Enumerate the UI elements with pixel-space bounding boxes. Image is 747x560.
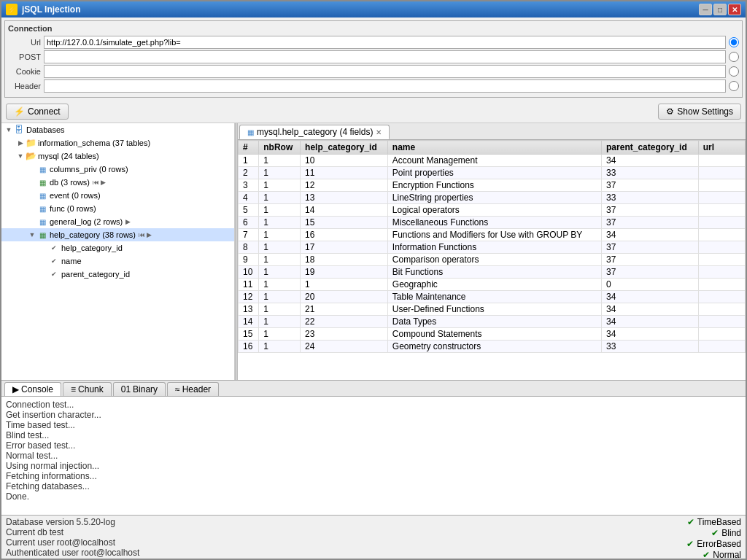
table-row: 3112Encryption Functions37 — [239, 179, 746, 192]
table-cell: 11 — [301, 167, 388, 179]
table-cell: 4 — [239, 192, 259, 204]
auth-user-label: Authenticated user — [6, 548, 79, 558]
table-cell: 37 — [602, 179, 699, 192]
console-content: Connection test...Get insertion characte… — [1, 397, 746, 515]
tree-arrow: ▼ — [4, 125, 13, 134]
current-user-label: Current user — [6, 537, 55, 548]
tree-label-parent-category-id: parent_category_id — [61, 270, 130, 279]
tree-item-help-category[interactable]: ▼ ▦ help_category (38 rows) ⏮ ▶ — [1, 228, 234, 241]
data-panel: ▦ mysql.help_category (4 fields) ✕ # nbR… — [238, 123, 746, 380]
table-cell: 0 — [602, 279, 699, 291]
tree-item-mysql[interactable]: ▼ 📂 mysql (24 tables) — [1, 149, 234, 163]
minimize-button[interactable]: ─ — [699, 4, 712, 15]
table-cell: 16 — [239, 341, 259, 353]
connect-label: Connect — [28, 106, 61, 117]
table-cell: Account Management — [387, 155, 601, 167]
tree-item-db[interactable]: ▶ ▦ db (3 rows) ⏮ ▶ — [1, 176, 234, 189]
header-input[interactable] — [44, 79, 726, 93]
blind-label: Blind — [721, 528, 741, 538]
console-tab-console[interactable]: ▶ Console — [4, 382, 61, 396]
console-line: Normal test... — [6, 451, 741, 461]
post-input[interactable] — [44, 50, 726, 63]
db-action2[interactable]: ▶ — [101, 179, 106, 186]
table-cell: 11 — [239, 279, 259, 291]
app-icon: ⚡ — [6, 4, 18, 15]
tab-close-button[interactable]: ✕ — [376, 128, 382, 136]
settings-icon: ⚙ — [666, 106, 674, 117]
tree-item-databases[interactable]: ▼ 🗄 Databases — [1, 123, 234, 136]
tree-item-general-log[interactable]: ▶ ▦ general_log (2 rows) ▶ — [1, 215, 234, 228]
table-cell — [698, 229, 745, 241]
tree-label-general-log: general_log (2 rows) — [50, 217, 123, 226]
table-cell: 1 — [259, 328, 301, 341]
table-cell: 1 — [259, 266, 301, 279]
console-tab-binary[interactable]: 01 Binary — [113, 382, 166, 396]
table-cell: 10 — [239, 266, 259, 279]
table-cell: 12 — [239, 291, 259, 303]
connect-button[interactable]: ⚡ Connect — [6, 104, 69, 120]
table-cell: Functions and Modifiers for Use with GRO… — [387, 229, 601, 241]
table-cell — [698, 167, 745, 179]
table-icon-help: ▦ — [36, 229, 48, 241]
tree-item-columns-priv[interactable]: ▶ ▦ columns_priv (0 rows) — [1, 163, 234, 176]
tree-label-name: name — [61, 257, 82, 265]
table-cell: 20 — [301, 291, 388, 303]
cookie-radio[interactable] — [729, 66, 739, 77]
table-cell — [698, 291, 745, 303]
table-cell: 5 — [239, 204, 259, 217]
window-title: jSQL Injection — [22, 4, 694, 15]
badge-normal: ✔ Normal — [703, 550, 741, 560]
console-tab-header[interactable]: ≈ Header — [167, 382, 219, 396]
tree-scroll[interactable]: ▼ 🗄 Databases ▶ 📁 information_schema (37… — [1, 123, 234, 380]
db-version-label: Database version — [6, 517, 74, 527]
header-radio[interactable] — [729, 81, 739, 91]
url-input[interactable] — [44, 36, 726, 49]
connection-panel: Connection Url POST Cookie Header — [4, 20, 743, 98]
console-tab-chunk[interactable]: ≡ Chunk — [63, 382, 112, 396]
tree-item-func[interactable]: ▶ ▦ func (0 rows) — [1, 202, 234, 215]
cookie-input[interactable] — [44, 65, 726, 78]
tree-item-event[interactable]: ▶ ▦ event (0 rows) — [1, 189, 234, 202]
tree-label-databases: Databases — [26, 125, 65, 134]
url-radio[interactable] — [729, 37, 739, 47]
table-cell: 19 — [301, 266, 388, 279]
table-icon-db: ▦ — [36, 176, 48, 188]
tree-arrow-info: ▶ — [16, 139, 25, 147]
db-action1[interactable]: ⏮ — [93, 179, 99, 186]
data-tab-bar: ▦ mysql.help_category (4 fields) ✕ — [238, 123, 746, 140]
table-cell: 34 — [602, 155, 699, 167]
help-action1[interactable]: ⏮ — [139, 231, 145, 238]
table-row: 16124Geometry constructors33 — [239, 341, 746, 353]
data-tab[interactable]: ▦ mysql.help_category (4 fields) ✕ — [239, 125, 390, 139]
titlebar: ⚡ jSQL Injection ─ □ ✕ — [1, 1, 746, 18]
console-line: Using normal injection... — [6, 461, 741, 471]
table-cell: 1 — [259, 279, 301, 291]
data-table-wrapper[interactable]: # nbRow help_category_id name parent_cat… — [238, 140, 746, 380]
col-icon-pcid: ✔ — [48, 268, 60, 280]
tree-item-help-category-id[interactable]: ▶ ✔ help_category_id — [1, 241, 234, 254]
tree-item-parent-category-id[interactable]: ▶ ✔ parent_category_id — [1, 268, 234, 281]
post-radio[interactable] — [729, 52, 739, 62]
tree-item-info-schema[interactable]: ▶ 📁 information_schema (37 tables) — [1, 136, 234, 149]
help-action2[interactable]: ▶ — [147, 231, 152, 238]
console-line: Fetching informations... — [6, 471, 741, 481]
tree-label-help-category-id: help_category_id — [61, 244, 123, 252]
close-button[interactable]: ✕ — [728, 4, 741, 15]
status-left: Database version 5.5.20-log Current db t… — [6, 517, 139, 557]
table-cell — [698, 179, 745, 192]
show-settings-button[interactable]: ⚙ Show Settings — [658, 104, 741, 120]
maximize-button[interactable]: □ — [713, 4, 727, 15]
table-row: 9118Comparison operators37 — [239, 254, 746, 266]
status-current-db: Current db test — [6, 527, 139, 537]
general-action[interactable]: ▶ — [125, 218, 131, 225]
tree-label-help-category: help_category (38 rows) — [50, 230, 136, 239]
url-label: Url — [8, 38, 41, 47]
col-header-hash: # — [239, 141, 259, 155]
tree-label-func: func (0 rows) — [50, 204, 96, 213]
table-cell: 10 — [301, 155, 388, 167]
table-cell — [698, 328, 745, 341]
console-line: Done. — [6, 491, 741, 502]
tree-item-name[interactable]: ▶ ✔ name — [1, 254, 234, 268]
table-cell: 15 — [239, 328, 259, 341]
col-header-help-category-id: help_category_id — [301, 141, 388, 155]
